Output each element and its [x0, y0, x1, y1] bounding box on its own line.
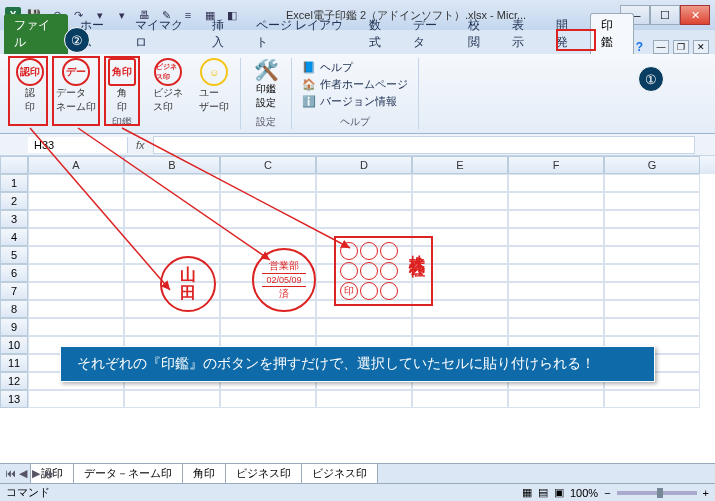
svg-line-1: [78, 128, 270, 260]
badge-one: ①: [638, 66, 664, 92]
badge-two: ②: [64, 27, 90, 53]
svg-line-2: [122, 128, 350, 248]
svg-line-0: [30, 128, 170, 290]
arrow-1: [0, 0, 715, 501]
